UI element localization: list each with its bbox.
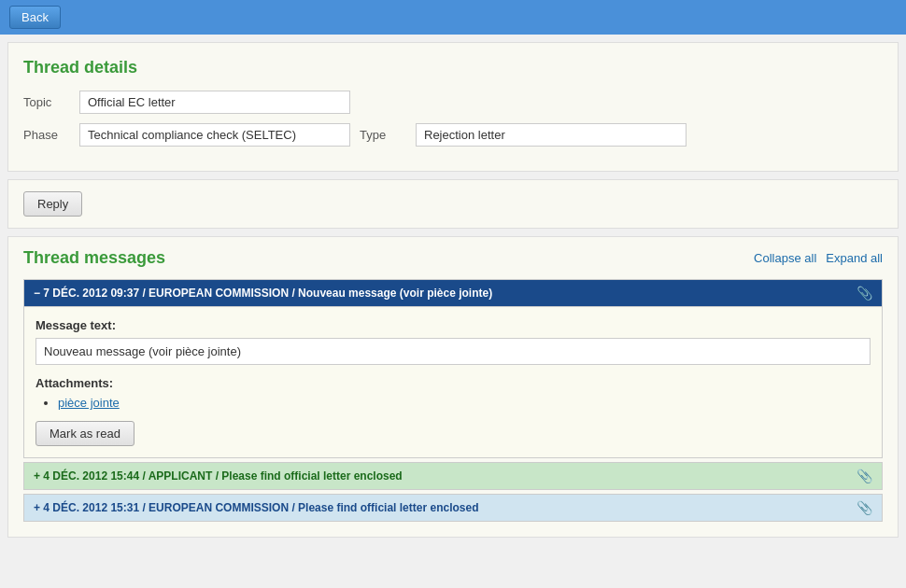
thread-details-title: Thread details — [23, 58, 883, 77]
topic-label: Topic — [23, 95, 70, 109]
message-header-2[interactable]: + 4 DÉC. 2012 15:44 / APPLICANT / Please… — [24, 463, 882, 489]
message-header-1[interactable]: − 7 DÉC. 2012 09:37 / EUROPEAN COMMISSIO… — [24, 280, 882, 306]
phase-value: Technical compliance check (SELTEC) — [79, 123, 350, 147]
thread-messages-panel: Thread messages Collapse all Expand all … — [7, 236, 899, 538]
messages-header: Thread messages Collapse all Expand all — [23, 248, 883, 268]
message-body-1: Message text: Nouveau message (voir pièc… — [24, 306, 882, 457]
list-item: pièce jointe — [58, 396, 871, 410]
phase-label: Phase — [23, 128, 70, 142]
paperclip-icon-2: 📎 — [856, 469, 872, 483]
message-header-text-3: + 4 DÉC. 2012 15:31 / EUROPEAN COMMISSIO… — [34, 501, 478, 514]
thread-messages-title: Thread messages — [23, 248, 165, 268]
message-row: + 4 DÉC. 2012 15:44 / APPLICANT / Please… — [23, 462, 883, 490]
topic-row: Topic Official EC letter — [23, 91, 883, 114]
paperclip-icon-1: 📎 — [856, 286, 872, 301]
thread-details-panel: Thread details Topic Official EC letter … — [7, 42, 899, 172]
reply-panel: Reply — [7, 179, 899, 229]
message-header-text-1: − 7 DÉC. 2012 09:37 / EUROPEAN COMMISSIO… — [34, 287, 492, 300]
message-row: − 7 DÉC. 2012 09:37 / EUROPEAN COMMISSIO… — [23, 279, 883, 458]
back-button[interactable]: Back — [9, 6, 61, 29]
message-row: + 4 DÉC. 2012 15:31 / EUROPEAN COMMISSIO… — [23, 494, 883, 522]
paperclip-icon-3: 📎 — [856, 500, 872, 515]
message-text-content: Nouveau message (voir pièce jointe) — [35, 338, 871, 365]
top-bar: Back — [0, 0, 906, 35]
expand-all-link[interactable]: Expand all — [826, 251, 883, 265]
topic-value: Official EC letter — [79, 91, 350, 114]
phase-row: Phase Technical compliance check (SELTEC… — [23, 123, 883, 147]
attachment-list: pièce jointe — [35, 396, 871, 410]
type-label: Type — [360, 128, 406, 142]
attachment-link[interactable]: pièce jointe — [58, 396, 120, 410]
header-actions: Collapse all Expand all — [754, 251, 883, 265]
message-header-text-2: + 4 DÉC. 2012 15:44 / APPLICANT / Please… — [34, 469, 403, 483]
attachments-label: Attachments: — [35, 376, 871, 390]
reply-button[interactable]: Reply — [23, 191, 82, 217]
message-text-label: Message text: — [35, 318, 871, 332]
message-header-3[interactable]: + 4 DÉC. 2012 15:31 / EUROPEAN COMMISSIO… — [24, 495, 882, 521]
type-value: Rejection letter — [416, 123, 687, 147]
mark-as-read-button[interactable]: Mark as read — [35, 421, 134, 446]
collapse-all-link[interactable]: Collapse all — [754, 251, 816, 265]
